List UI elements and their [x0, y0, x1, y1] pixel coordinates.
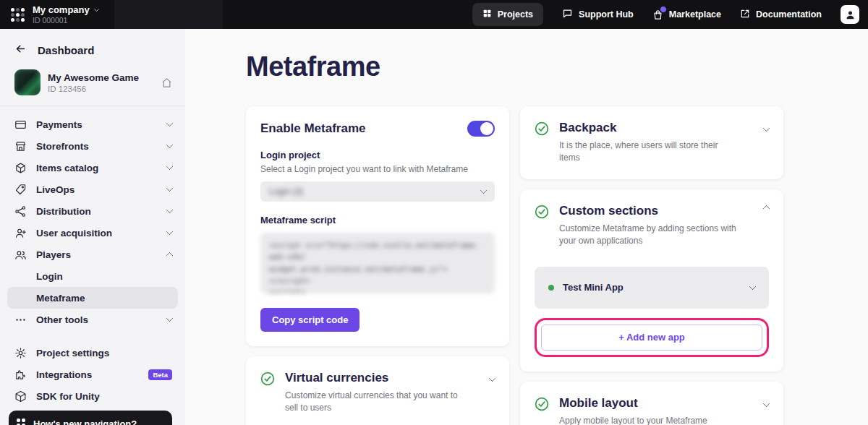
other-tools-icon — [14, 314, 27, 326]
grid-icon — [17, 418, 27, 425]
sidebar-item-label: SDK for Unity — [36, 391, 100, 402]
chevron-down-icon — [480, 187, 488, 194]
sidebar-item-items-catalog[interactable]: Items catalog — [0, 157, 185, 179]
chevron-down-icon — [749, 283, 757, 290]
annotation-highlight: + Add new app — [535, 318, 769, 357]
copy-script-code-button[interactable]: Copy script code — [260, 308, 359, 332]
user-icon — [845, 9, 856, 20]
login-project-select[interactable]: Login (3) — [260, 181, 495, 202]
sidebar-item-label: Players — [36, 249, 71, 260]
sidebar-item-label: LiveOps — [36, 184, 75, 195]
sidebar-item-integrations[interactable]: Integrations Beta — [0, 364, 185, 385]
topbar: My company ID 000001 Projects Support Hu… — [0, 0, 868, 29]
chevron-down-icon — [166, 120, 174, 127]
status-dot — [548, 285, 554, 291]
virtual-currencies-subtitle: Customize virtual currencies that you wa… — [285, 390, 462, 415]
players-icon — [14, 249, 27, 261]
chevron-down-icon — [94, 6, 99, 11]
unity-cube-icon — [14, 390, 27, 403]
sidebar-item-payments[interactable]: Payments — [0, 113, 185, 135]
sidebar-item-label: User acquisition — [36, 228, 112, 239]
documentation-label: Documentation — [756, 9, 822, 20]
sidebar-item-label: Project settings — [36, 348, 109, 359]
sidebar: Dashboard My Awesome Game ID 123456 Paym… — [0, 29, 185, 425]
payments-icon — [14, 119, 27, 131]
support-hub-label: Support Hub — [579, 9, 634, 20]
sidebar-item-label: Login — [36, 271, 63, 282]
chevron-down-icon[interactable] — [763, 125, 770, 132]
script-line: <script> — [269, 286, 486, 293]
chevron-down-icon — [166, 185, 174, 192]
login-project-help: Select a Login project you want to link … — [260, 164, 495, 174]
metaframe-script-label: Metaframe script — [260, 215, 495, 226]
home-icon[interactable] — [161, 77, 172, 88]
custom-sections-subtitle: Customize Metaframe by adding sections w… — [559, 223, 736, 248]
mobile-layout-title: Mobile layout — [559, 396, 754, 411]
sidebar-item-distribution[interactable]: Distribution — [0, 200, 185, 222]
virtual-currencies-title: Virtual currencies — [285, 371, 480, 385]
custom-sections-title: Custom sections — [559, 204, 754, 218]
custom-sections-card: Custom sections Customize Metaframe by a… — [520, 189, 783, 372]
sidebar-item-project-settings[interactable]: Project settings — [0, 342, 185, 364]
sidebar-item-metaframe[interactable]: Metaframe — [7, 287, 178, 309]
virtual-currencies-card: Virtual currencies Customize virtual cur… — [246, 356, 509, 425]
backpack-title: Backpack — [559, 121, 754, 135]
chevron-down-icon — [166, 207, 174, 214]
marketplace-button[interactable]: Marketplace — [652, 9, 721, 20]
documentation-button[interactable]: Documentation — [740, 9, 822, 21]
puzzle-icon — [14, 369, 27, 381]
company-name: My company — [33, 4, 90, 15]
project-switcher[interactable]: My Awesome Game ID 123456 — [0, 62, 185, 106]
metaframe-script-field[interactable]: <script src="https://cdn.xsolla.net/meta… — [260, 233, 495, 293]
script-line: widget.prod.instance.net/metaframe.js"><… — [269, 263, 486, 287]
enable-metaframe-card: Enable Metaframe Login project Select a … — [246, 106, 509, 346]
beta-badge: Beta — [148, 369, 172, 380]
sidebar-item-other-tools[interactable]: Other tools — [0, 309, 185, 330]
sidebar-item-login[interactable]: Login — [0, 265, 185, 287]
enable-metaframe-toggle[interactable] — [467, 121, 495, 137]
support-hub-button[interactable]: Support Hub — [562, 8, 634, 21]
sidebar-item-label: Payments — [36, 119, 82, 130]
projects-button[interactable]: Projects — [472, 3, 543, 26]
project-avatar — [14, 69, 41, 95]
chevron-up-icon[interactable] — [763, 205, 770, 212]
items-catalog-icon — [14, 162, 27, 174]
whats-new-navigation-widget[interactable]: How's new navigation? — [9, 411, 172, 425]
account-button[interactable] — [841, 5, 859, 24]
check-circle-icon — [535, 397, 549, 414]
sidebar-item-user-acquisition[interactable]: User acquisition — [0, 222, 185, 244]
company-switcher[interactable]: My company ID 000001 — [9, 4, 98, 25]
add-new-app-button[interactable]: + Add new app — [541, 325, 762, 351]
chevron-down-icon[interactable] — [489, 375, 496, 382]
sidebar-item-label: Distribution — [36, 206, 91, 217]
check-circle-icon — [260, 372, 275, 389]
chevron-up-icon — [166, 252, 174, 259]
sidebar-item-liveops[interactable]: LiveOps — [0, 179, 185, 200]
check-circle-icon — [535, 205, 549, 222]
right-column: Backpack It is the place, where users wi… — [520, 106, 783, 425]
gear-icon — [14, 347, 27, 359]
sidebar-item-players[interactable]: Players — [0, 244, 185, 265]
mobile-layout-card: Mobile layout Apply mobile layout to you… — [520, 382, 783, 425]
user-acquisition-icon — [14, 227, 27, 239]
sidebar-item-label: Items catalog — [36, 163, 98, 173]
back-label: Dashboard — [38, 44, 94, 56]
sidebar-item-label: Integrations — [36, 369, 92, 380]
chevron-down-icon — [166, 228, 174, 236]
arrow-left-icon — [14, 43, 27, 57]
main-content: Metaframe Enable Metaframe Login project… — [185, 29, 868, 425]
page-title: Metaframe — [246, 51, 868, 82]
project-id: ID 123456 — [48, 85, 139, 93]
distribution-icon — [14, 205, 27, 218]
marketplace-label: Marketplace — [669, 9, 721, 20]
mini-app-row[interactable]: Test Mini App — [535, 267, 769, 309]
chevron-down-icon — [166, 315, 174, 322]
sidebar-item-label: Storefronts — [36, 141, 89, 152]
sidebar-item-storefronts[interactable]: Storefronts — [0, 135, 185, 157]
project-name: My Awesome Game — [48, 72, 139, 83]
back-to-dashboard[interactable]: Dashboard — [0, 38, 185, 62]
company-id: ID 000001 — [33, 16, 98, 25]
check-circle-icon — [535, 121, 549, 139]
chevron-down-icon[interactable] — [763, 400, 770, 407]
sidebar-item-sdk-for-unity[interactable]: SDK for Unity — [0, 385, 185, 407]
